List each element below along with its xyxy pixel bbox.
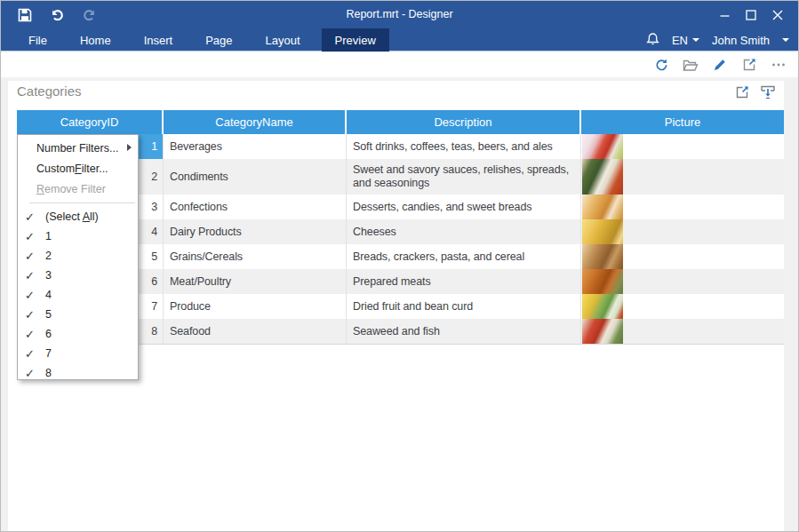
condiments-photo <box>582 159 623 195</box>
edit-icon[interactable] <box>709 55 731 75</box>
app-chrome: Report.mrt - Designer File Home Insert P… <box>1 1 798 52</box>
menu-item-remove-filter[interactable]: Remove Filter <box>18 179 138 199</box>
user-menu[interactable]: John Smith <box>712 34 770 47</box>
cell-description: Cheeses <box>347 219 581 244</box>
cell-picture <box>581 294 784 319</box>
bell-icon[interactable] <box>646 32 659 49</box>
column-header-categoryid[interactable]: CategoryID <box>17 110 162 134</box>
window-controls <box>711 4 791 26</box>
cell-picture <box>581 319 784 344</box>
checkmark-icon: ✓ <box>25 269 39 282</box>
menu-item-label: Number Filters... <box>36 142 118 155</box>
cell-name: Grains/Cereals <box>164 244 347 269</box>
table-header-row: CategoryID CategoryName Description Pict… <box>17 110 784 134</box>
open-icon[interactable] <box>680 55 701 75</box>
filter-option-4[interactable]: ✓ 4 <box>18 285 138 305</box>
user-chevron-down-icon[interactable] <box>782 38 789 42</box>
minimize-button[interactable] <box>711 4 738 26</box>
column-header-categoryname[interactable]: CategoryName <box>164 110 345 134</box>
column-header-picture[interactable]: Picture <box>581 110 784 134</box>
chevron-down-icon <box>692 38 699 42</box>
cell-description: Soft drinks, coffees, teas, beers, and a… <box>347 134 581 159</box>
cell-description: Desserts, candies, and sweet breads <box>347 195 581 219</box>
filter-option-7[interactable]: ✓ 7 <box>18 344 138 363</box>
cell-name: Condiments <box>164 159 347 195</box>
cell-description: Seaweed and fish <box>347 319 581 344</box>
expand-icon[interactable] <box>734 84 750 99</box>
produce-photo <box>582 294 623 319</box>
beverages-photo <box>582 134 623 159</box>
tab-preview[interactable]: Preview <box>322 28 389 52</box>
cell-description: Breads, crackers, pasta, and cereal <box>347 244 581 269</box>
cell-description: Prepared meats <box>347 269 581 294</box>
cell-description: Sweet and savory sauces, relishes, sprea… <box>347 159 581 195</box>
account-area: EN John Smith <box>646 28 789 52</box>
cell-name: Produce <box>164 294 347 319</box>
confections-photo <box>582 195 623 219</box>
checkmark-icon: ✓ <box>25 367 39 380</box>
language-label: EN <box>672 34 688 47</box>
checkmark-icon: ✓ <box>25 308 39 322</box>
cell-name: Confections <box>164 195 347 219</box>
seafood-photo <box>582 319 623 344</box>
window-title: Report.mrt - Designer <box>1 8 798 20</box>
checkmark-icon: ✓ <box>25 328 39 341</box>
filter-option-2[interactable]: ✓ 2 <box>18 246 138 266</box>
grains-photo <box>582 244 623 269</box>
checkmark-icon: ✓ <box>25 250 39 263</box>
checkmark-icon: ✓ <box>25 347 39 361</box>
filter-option-8[interactable]: ✓ 8 <box>18 363 138 383</box>
menu-separator <box>29 202 135 203</box>
menu-item-custom-filter[interactable]: Custom Filter... <box>18 158 138 179</box>
cell-name: Beverages <box>164 134 347 159</box>
submenu-arrow-icon <box>127 144 132 151</box>
menu-item-number-filters[interactable]: Number Filters... <box>18 138 138 158</box>
resize-icon[interactable] <box>739 55 760 75</box>
tab-insert[interactable]: Insert <box>132 28 185 52</box>
column-filter-menu: Number Filters... Custom Filter... Remov… <box>17 134 139 380</box>
cell-description: Dried fruit and bean curd <box>347 294 581 319</box>
preview-toolbar <box>1 52 798 77</box>
cell-name: Dairy Products <box>164 219 347 244</box>
cell-picture <box>581 269 784 294</box>
close-button[interactable] <box>764 4 791 26</box>
checkmark-icon: ✓ <box>25 289 39 302</box>
tab-file[interactable]: File <box>17 28 59 52</box>
language-selector[interactable]: EN <box>672 34 699 47</box>
checkmark-icon: ✓ <box>25 230 39 243</box>
filter-option-5[interactable]: ✓ 5 <box>18 305 138 324</box>
titlebar: Report.mrt - Designer <box>1 1 798 28</box>
checkmark-icon: ✓ <box>25 210 39 224</box>
report-page: Categories C <box>8 81 784 532</box>
meat-photo <box>582 269 623 294</box>
cell-picture <box>581 134 784 159</box>
dairy-photo <box>582 219 623 244</box>
tab-layout[interactable]: Layout <box>254 28 312 52</box>
cell-picture <box>581 244 784 269</box>
tab-home[interactable]: Home <box>68 28 123 52</box>
column-header-description[interactable]: Description <box>347 110 579 134</box>
tab-page[interactable]: Page <box>194 28 244 52</box>
designer-window: Report.mrt - Designer File Home Insert P… <box>0 0 799 532</box>
cell-picture <box>581 159 784 195</box>
cell-name: Seafood <box>164 319 347 344</box>
preview-toolbar-icons <box>651 55 789 75</box>
filter-option-select-all[interactable]: ✓ (Select All) <box>18 207 138 226</box>
filter-option-6[interactable]: ✓ 6 <box>18 324 138 344</box>
cell-picture <box>581 195 784 219</box>
more-icon[interactable] <box>768 55 789 75</box>
filter-option-3[interactable]: ✓ 3 <box>18 266 138 285</box>
panel-icons <box>734 84 776 99</box>
user-name: John Smith <box>712 34 770 47</box>
export-icon[interactable] <box>760 84 776 99</box>
cell-name: Meat/Poultry <box>164 269 347 294</box>
cell-picture <box>581 219 784 244</box>
page-title: Categories <box>17 83 82 99</box>
filter-option-1[interactable]: ✓ 1 <box>18 226 138 246</box>
maximize-button[interactable] <box>738 4 764 26</box>
refresh-icon[interactable] <box>651 55 672 75</box>
